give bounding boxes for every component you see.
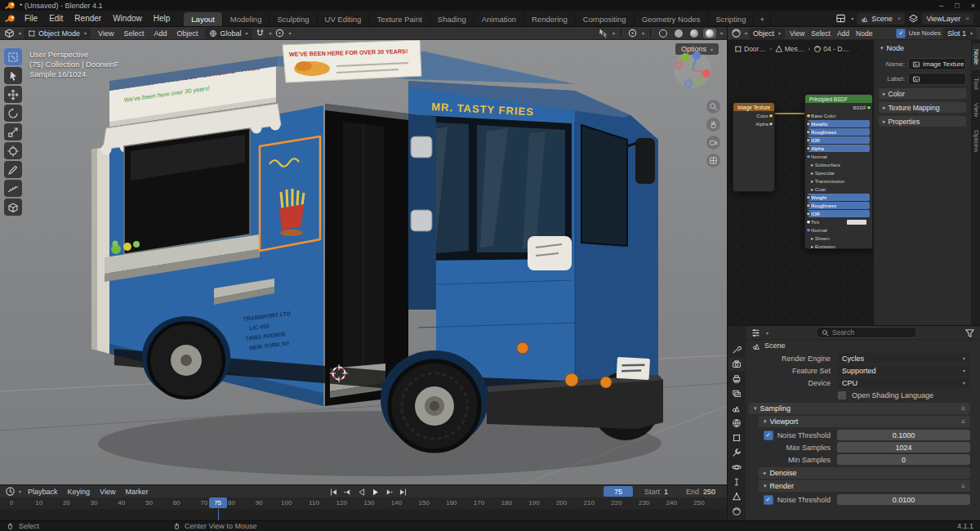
maximize-button[interactable]: □ bbox=[955, 2, 959, 10]
food-truck[interactable]: MR. TASTY FRIES bbox=[91, 40, 663, 451]
render-noise-threshold-field[interactable]: 0.0100 bbox=[837, 494, 970, 505]
transform-orientation-selector[interactable]: Global▾ bbox=[205, 28, 252, 39]
properties-tab-constraints[interactable] bbox=[728, 475, 745, 489]
menu-edit[interactable]: Edit bbox=[43, 11, 69, 26]
node-row-tint[interactable]: Tint bbox=[808, 218, 870, 225]
select-visibility-icon[interactable] bbox=[598, 28, 608, 38]
properties-tab-view-layer[interactable] bbox=[728, 387, 745, 400]
timeline-menu-view[interactable]: View bbox=[95, 485, 120, 498]
node-row-weight[interactable]: Weight bbox=[808, 194, 870, 201]
npanel-tab-tool[interactable]: Tool bbox=[972, 72, 980, 96]
node-row-normal[interactable]: Normal bbox=[808, 226, 870, 234]
workspace-tab-scripting[interactable]: Scripting bbox=[708, 12, 754, 26]
tool-select-box[interactable] bbox=[4, 48, 22, 65]
node-name-field[interactable]: Image Texture bbox=[908, 58, 966, 70]
frame-start-field[interactable]: Start1 bbox=[638, 486, 675, 497]
tool-annotate[interactable] bbox=[4, 161, 22, 178]
proportional-editing-icon[interactable] bbox=[274, 28, 285, 38]
viewport-3d[interactable]: MR. TASTY FRIES bbox=[0, 40, 728, 484]
jump-to-end-button[interactable] bbox=[396, 486, 410, 498]
osl-checkbox[interactable] bbox=[837, 390, 847, 400]
node-row-emission[interactable]: ▸ Emission bbox=[808, 243, 870, 250]
workspace-tab-animation[interactable]: Animation bbox=[474, 12, 524, 26]
use-nodes-checkbox[interactable] bbox=[896, 29, 906, 38]
next-keyframe-button[interactable] bbox=[382, 486, 396, 498]
scene-unlink-icon[interactable]: × bbox=[898, 15, 902, 22]
tool-move[interactable] bbox=[4, 86, 22, 103]
min-samples-field[interactable]: 0 bbox=[837, 454, 970, 465]
node-row-alpha[interactable]: Alpha bbox=[736, 120, 772, 127]
node-row-bsdf[interactable]: BSDF bbox=[808, 104, 870, 111]
node-row-sheen[interactable]: ▸ Sheen bbox=[808, 234, 870, 242]
timeline-menu-keying[interactable]: Keying bbox=[63, 485, 96, 498]
presets-icon[interactable]: ≡ bbox=[961, 418, 965, 426]
camera-view-icon[interactable] bbox=[706, 136, 720, 149]
shader-menu-select[interactable]: Select bbox=[808, 27, 834, 39]
node-image-texture[interactable]: Image Texture ColorAlpha bbox=[733, 102, 775, 192]
pan-hand-icon[interactable] bbox=[706, 118, 720, 132]
object-mode-selector[interactable]: Object Mode▾ bbox=[24, 28, 91, 39]
section-render[interactable]: ▾Render≡ bbox=[759, 480, 970, 492]
timeline-menu-playback[interactable]: Playback bbox=[23, 485, 63, 498]
properties-tab-scene[interactable] bbox=[728, 402, 745, 415]
shader-type-selector[interactable]: Object▾ bbox=[749, 28, 785, 39]
scene-selector[interactable]: Scene × bbox=[857, 13, 905, 25]
menu-render[interactable]: Render bbox=[69, 11, 107, 26]
breadcrumb-item-04-d[interactable]: 04 - D… bbox=[813, 45, 849, 53]
npanel-section-color[interactable]: ▸Color bbox=[879, 88, 966, 99]
close-button[interactable]: × bbox=[971, 2, 975, 10]
noise-threshold-field[interactable]: 0.1000 bbox=[837, 430, 970, 440]
timeline-track-area[interactable] bbox=[0, 509, 727, 520]
properties-tab-world[interactable] bbox=[728, 417, 745, 430]
viewport-menu-object[interactable]: Object bbox=[172, 27, 203, 39]
node-row-subsurface[interactable]: ▸ Subsurface bbox=[808, 161, 870, 168]
current-frame-field[interactable]: 75 bbox=[604, 486, 633, 497]
slot-selector[interactable]: Slot 1▾ bbox=[943, 28, 977, 39]
timeline-editor-icon[interactable] bbox=[5, 486, 16, 497]
properties-tab-output[interactable] bbox=[728, 373, 745, 386]
node-row-roughness[interactable]: Roughness bbox=[808, 128, 870, 136]
timeline-menu-marker[interactable]: Marker bbox=[120, 485, 153, 498]
ortho-toggle-icon[interactable] bbox=[706, 154, 720, 167]
snap-magnet-icon[interactable] bbox=[255, 28, 265, 38]
viewport-menu-add[interactable]: Add bbox=[149, 27, 172, 39]
menu-help[interactable]: Help bbox=[148, 11, 176, 26]
tool-rotate[interactable] bbox=[4, 105, 22, 122]
filter-icon[interactable] bbox=[964, 328, 975, 338]
properties-editor-icon[interactable] bbox=[751, 328, 761, 338]
shader-menu-view[interactable]: View bbox=[786, 27, 808, 39]
navigation-gizmo[interactable] bbox=[671, 48, 714, 94]
properties-tab-physics[interactable] bbox=[728, 461, 745, 474]
properties-tab-render[interactable] bbox=[728, 358, 745, 371]
npanel-tab-node[interactable]: Node bbox=[972, 43, 980, 70]
node-row-color[interactable]: Color bbox=[736, 112, 772, 119]
minimize-button[interactable]: – bbox=[939, 2, 943, 10]
scene-browse-icon[interactable] bbox=[835, 13, 846, 24]
node-row-transmission[interactable]: ▸ Transmission bbox=[808, 177, 870, 185]
npanel-tab-options[interactable]: Options bbox=[972, 124, 980, 158]
overlays-icon[interactable] bbox=[627, 28, 638, 38]
shading-wireframe-button[interactable] bbox=[659, 29, 667, 38]
shading-solid-button[interactable] bbox=[675, 29, 683, 38]
properties-tab-material[interactable] bbox=[728, 505, 745, 518]
properties-tab-modifiers[interactable] bbox=[728, 446, 745, 459]
npanel-section-texture-mapping[interactable]: ▸Texture Mapping bbox=[879, 102, 966, 113]
workspace-tab-uv-editing[interactable]: UV Editing bbox=[318, 12, 370, 26]
breadcrumb-item-mes[interactable]: Mes… bbox=[775, 45, 805, 53]
properties-tab-object[interactable] bbox=[728, 431, 745, 444]
shader-editor[interactable]: Door…›Mes…›04 - D… Image Texture ColorAl… bbox=[727, 40, 980, 325]
render-engine-select[interactable]: Cycles▾ bbox=[837, 353, 970, 364]
viewport-menu-select[interactable]: Select bbox=[118, 27, 149, 39]
render-noise-threshold-checkbox[interactable] bbox=[764, 495, 773, 505]
editor-type-icon[interactable] bbox=[4, 28, 15, 38]
workspace-tab-geometry-nodes[interactable]: Geometry Nodes bbox=[635, 12, 709, 26]
node-row-alpha[interactable]: Alpha bbox=[808, 145, 870, 152]
workspace-tab-rendering[interactable]: Rendering bbox=[524, 12, 576, 26]
node-row-ior[interactable]: IOR bbox=[808, 210, 870, 217]
max-samples-field[interactable]: 1024 bbox=[837, 442, 970, 453]
shader-editor-icon[interactable] bbox=[731, 28, 742, 38]
truck-selected-panel[interactable] bbox=[260, 136, 320, 251]
view-layer-unlink-icon[interactable]: × bbox=[965, 15, 969, 22]
node-row-roughness[interactable]: Roughness bbox=[808, 202, 870, 209]
section-viewport[interactable]: ▾Viewport≡ bbox=[759, 416, 970, 427]
